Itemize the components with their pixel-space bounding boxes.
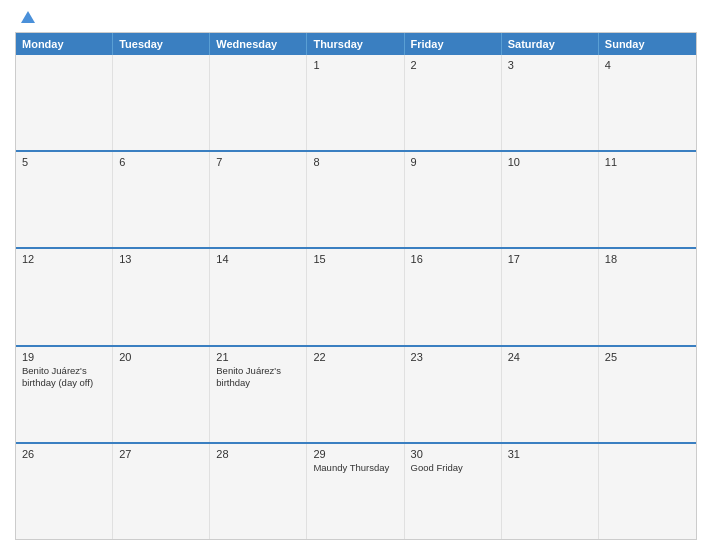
day-number: 20 [119,351,203,363]
day-number: 5 [22,156,106,168]
day-number: 23 [411,351,495,363]
calendar-cell [599,444,696,539]
calendar-cell: 31 [502,444,599,539]
calendar-cell [16,55,113,150]
calendar-cell: 10 [502,152,599,247]
calendar-cell: 17 [502,249,599,344]
calendar-row: 567891011 [16,152,696,249]
calendar-event: Good Friday [411,462,495,474]
calendar-row: 19Benito Juárez's birthday (day off)2021… [16,347,696,444]
day-number: 26 [22,448,106,460]
calendar-cell: 29Maundy Thursday [307,444,404,539]
day-number: 24 [508,351,592,363]
day-number: 22 [313,351,397,363]
calendar-cell: 27 [113,444,210,539]
calendar-cell: 18 [599,249,696,344]
day-number: 3 [508,59,592,71]
calendar-cell: 8 [307,152,404,247]
day-number: 11 [605,156,690,168]
day-number: 8 [313,156,397,168]
day-number: 21 [216,351,300,363]
calendar-event: Maundy Thursday [313,462,397,474]
calendar-grid: MondayTuesdayWednesdayThursdayFridaySatu… [15,32,697,540]
calendar-cell: 30Good Friday [405,444,502,539]
day-number: 18 [605,253,690,265]
day-number: 27 [119,448,203,460]
weekday-header: Sunday [599,33,696,55]
day-number: 30 [411,448,495,460]
calendar-cell: 9 [405,152,502,247]
logo [19,10,35,26]
calendar-cell [113,55,210,150]
calendar-cell: 16 [405,249,502,344]
weekday-header: Thursday [307,33,404,55]
day-number: 31 [508,448,592,460]
calendar-cell: 4 [599,55,696,150]
calendar-body: 12345678910111213141516171819Benito Juár… [16,55,696,539]
calendar-event: Benito Juárez's birthday [216,365,300,390]
calendar-cell: 7 [210,152,307,247]
weekday-header: Monday [16,33,113,55]
day-number: 9 [411,156,495,168]
day-number: 2 [411,59,495,71]
calendar-cell: 24 [502,347,599,442]
day-number: 15 [313,253,397,265]
calendar-cell: 1 [307,55,404,150]
day-number: 10 [508,156,592,168]
calendar-row: 1234 [16,55,696,152]
day-number: 4 [605,59,690,71]
calendar-cell: 3 [502,55,599,150]
day-number: 12 [22,253,106,265]
calendar-cell: 6 [113,152,210,247]
day-number: 6 [119,156,203,168]
day-number: 17 [508,253,592,265]
day-number: 13 [119,253,203,265]
weekday-header: Tuesday [113,33,210,55]
calendar-row: 12131415161718 [16,249,696,346]
calendar-event: Benito Juárez's birthday (day off) [22,365,106,390]
calendar-page: MondayTuesdayWednesdayThursdayFridaySatu… [0,0,712,550]
weekday-header: Friday [405,33,502,55]
calendar-cell: 13 [113,249,210,344]
day-number: 16 [411,253,495,265]
calendar-cell: 11 [599,152,696,247]
day-number: 1 [313,59,397,71]
calendar-cell: 14 [210,249,307,344]
calendar-cell: 5 [16,152,113,247]
calendar-cell: 25 [599,347,696,442]
calendar-cell: 26 [16,444,113,539]
header [15,10,697,26]
calendar-cell: 23 [405,347,502,442]
day-number: 14 [216,253,300,265]
day-number: 29 [313,448,397,460]
logo-text [19,10,35,26]
calendar-cell: 19Benito Juárez's birthday (day off) [16,347,113,442]
calendar-cell: 21Benito Juárez's birthday [210,347,307,442]
calendar-cell: 15 [307,249,404,344]
calendar-row: 26272829Maundy Thursday30Good Friday31 [16,444,696,539]
day-number: 25 [605,351,690,363]
calendar-cell [210,55,307,150]
calendar-cell: 22 [307,347,404,442]
logo-triangle-icon [21,11,35,23]
weekday-header: Saturday [502,33,599,55]
calendar-cell: 28 [210,444,307,539]
day-number: 19 [22,351,106,363]
day-number: 7 [216,156,300,168]
calendar-cell: 2 [405,55,502,150]
calendar-cell: 20 [113,347,210,442]
day-number: 28 [216,448,300,460]
calendar-cell: 12 [16,249,113,344]
calendar-header: MondayTuesdayWednesdayThursdayFridaySatu… [16,33,696,55]
weekday-header: Wednesday [210,33,307,55]
